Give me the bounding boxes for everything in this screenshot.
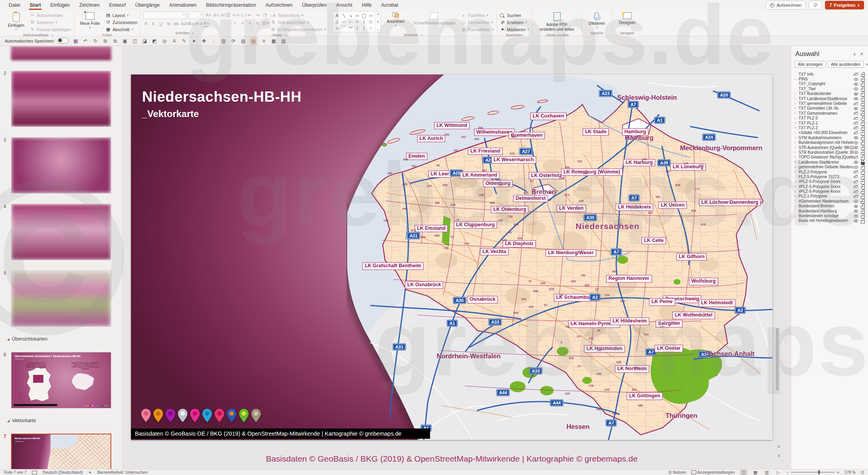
strikethrough-button[interactable]: S	[166, 21, 171, 26]
map-badge-autobahn[interactable]: A33	[489, 319, 501, 325]
map-label-state[interactable]: Hessen	[567, 423, 590, 430]
visibility-off-icon[interactable]	[853, 170, 859, 174]
paste-icon[interactable]: ▣	[122, 37, 129, 45]
map-label-district[interactable]: LK Peine	[649, 298, 675, 306]
pin-orange[interactable]	[153, 408, 163, 423]
curve-icon[interactable]: 〜	[347, 25, 354, 31]
map-label-district[interactable]: Wolfsburg	[689, 278, 718, 285]
map-label-district[interactable]: LK Göttingen	[627, 393, 662, 400]
rectangle-icon[interactable]: ▭	[354, 12, 361, 19]
format-painter-button[interactable]: ✎Format übertragen	[30, 26, 71, 33]
visibility-on-icon[interactable]	[853, 77, 859, 82]
map-label-district[interactable]: LK Hildesheim	[610, 318, 649, 325]
triangle-icon[interactable]: △	[334, 19, 340, 25]
arrow-line-icon[interactable]: ↘	[347, 12, 354, 19]
thumbnail-section-header[interactable]: Vektorkarte	[7, 418, 118, 423]
menu-tab-datei[interactable]: Datei	[4, 0, 25, 10]
visibility-off-icon[interactable]	[853, 116, 859, 121]
map-label-district[interactable]: LK Cloppenburg	[454, 221, 497, 229]
slide-thumbnail-2[interactable]	[11, 71, 111, 127]
arrow-right-icon[interactable]: ⇨	[354, 19, 361, 25]
map-badge-autobahn[interactable]: A33	[529, 368, 542, 374]
font-color-icon[interactable]: A	[171, 37, 178, 45]
outline-color-icon[interactable]: ◩	[151, 37, 158, 45]
pointer-icon[interactable]: ➤	[191, 37, 198, 45]
lock-open-icon[interactable]	[861, 179, 864, 184]
expand-chevron-icon[interactable]: ›	[795, 184, 799, 188]
visibility-on-icon[interactable]	[853, 199, 859, 203]
shape-effects-button[interactable]: ◍Formeffekte∨	[461, 26, 494, 33]
map-label-district[interactable]: LK Wolfenbüttel	[672, 312, 715, 319]
map-label-state[interactable]: Thüringen	[666, 412, 698, 419]
record-button[interactable]: Aufzeichnen	[766, 1, 806, 9]
map-label-district[interactable]: LK Goslar	[655, 345, 683, 352]
expand-chevron-icon[interactable]: ›	[795, 180, 799, 184]
menu-tab-überprüfen[interactable]: Überprüfen	[297, 0, 331, 10]
layer-item[interactable]: ›PINS	[795, 76, 864, 81]
outdent-button[interactable]: ⇤	[247, 12, 253, 18]
layer-item[interactable]: ›STR Bundesstraßen [Quelle: BKG]	[795, 150, 864, 155]
visibility-off-icon[interactable]	[853, 179, 859, 184]
lock-open-icon[interactable]	[861, 194, 864, 199]
map-label-district[interactable]: LK Wittmund	[434, 122, 470, 130]
map-label-district[interactable]: LK Uelzen	[658, 201, 687, 209]
map-label-district[interactable]: LK Emsland	[415, 225, 448, 232]
lock-open-icon[interactable]	[861, 111, 864, 115]
replace-button[interactable]: ⇄Ersetzen∨	[500, 19, 529, 26]
map-label-district[interactable]: LK Stade	[583, 129, 609, 136]
layer-item[interactable]: TXT_Copyright	[795, 82, 864, 86]
layer-item[interactable]: ›TXT Gemeiden Lfd.-Nr.	[795, 106, 864, 111]
find-button[interactable]: Suchen	[500, 12, 529, 19]
visibility-on-icon[interactable]	[853, 150, 859, 155]
lock-open-icon[interactable]	[861, 155, 864, 160]
char-spacing-button[interactable]: A⇄V	[181, 21, 186, 26]
reset-button[interactable]: ↺Zurücksetzen	[105, 19, 137, 26]
hide-all-button[interactable]: Alle ausblenden	[828, 61, 864, 68]
map-badge-autobahn[interactable]: A1	[447, 320, 457, 326]
layer-item[interactable]: ›TXT Bundesländer	[795, 91, 864, 96]
visibility-on-icon[interactable]	[853, 86, 859, 91]
map-label-district[interactable]: LK Wesermarsch	[491, 156, 536, 164]
layer-item[interactable]: ›TXT gemeindefreie Gebiete	[795, 101, 864, 106]
justify-button[interactable]: ≣	[254, 20, 260, 26]
pin-pink[interactable]	[215, 408, 224, 423]
align-icon[interactable]: ≡	[260, 37, 268, 45]
draw-icon[interactable]: ✎	[181, 37, 188, 45]
textbox-icon[interactable]: ▤	[240, 37, 247, 45]
expand-chevron-icon[interactable]: ›	[795, 136, 799, 140]
expand-chevron-icon[interactable]: ›	[795, 199, 799, 203]
visibility-off-icon[interactable]	[853, 130, 859, 135]
designer-button[interactable]: Designer	[616, 11, 638, 26]
visibility-off-icon[interactable]	[853, 174, 859, 179]
layer-item[interactable]: Bundesland Hamburg	[795, 209, 864, 213]
accessibility-status[interactable]: Barrierefreiheit: Untersuchen	[97, 470, 148, 475]
expand-chevron-icon[interactable]: ›	[795, 126, 799, 130]
chevron-down-icon[interactable]: ∨	[853, 52, 856, 57]
visibility-off-icon[interactable]	[853, 125, 859, 130]
highlight-color-button[interactable]: ✎∨	[196, 21, 201, 26]
layer-item[interactable]: ›PLZ-2-Polygone	[795, 170, 864, 174]
indent-button[interactable]: ⇥	[254, 12, 260, 18]
expand-chevron-icon[interactable]: ›	[795, 131, 799, 135]
slide-copyright-bar[interactable]: Basisdaten © GeoBasis-DE / BKG (2019) & …	[131, 428, 430, 439]
layer-item[interactable]: ›#PLZ-5-Polygone 2xxxx	[795, 179, 864, 184]
map-label-district[interactable]: LK Vechta	[480, 248, 509, 255]
visibility-on-icon[interactable]	[853, 91, 859, 96]
slide-thumbnail-4[interactable]	[11, 204, 111, 260]
slide-7[interactable]: Niedersachsen-HB-HH _Vektorkarte	[131, 75, 773, 440]
expand-chevron-icon[interactable]: ›	[795, 194, 799, 198]
menu-tab-acrobat[interactable]: Acrobat	[376, 0, 403, 10]
language-indicator[interactable]: Deutsch (Deutschland)	[43, 470, 83, 475]
picture-icon[interactable]: ▨	[280, 37, 287, 45]
align-left-button[interactable]: ≡	[232, 20, 238, 25]
shape-effects-icon[interactable]: ◎	[161, 37, 168, 45]
move-up-icon[interactable]: ∧	[866, 62, 868, 66]
map-label-district[interactable]: LK Celle	[642, 237, 666, 244]
map-label-district[interactable]: LK Ammerland	[460, 171, 499, 179]
visibility-on-icon[interactable]	[853, 209, 859, 213]
next-slide-button[interactable]: ∨	[777, 453, 780, 458]
bullets-button[interactable]: ≔∨	[232, 12, 238, 18]
expand-chevron-icon[interactable]: ›	[795, 141, 799, 145]
notes-button[interactable]: Notizen	[673, 470, 686, 475]
lock-open-icon[interactable]	[861, 96, 864, 101]
